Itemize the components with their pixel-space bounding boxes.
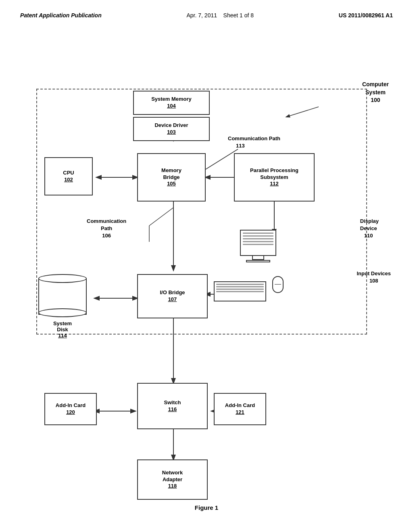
system-disk-icon: SystemDisk114 [38, 274, 87, 339]
monitor-stand [252, 256, 264, 260]
keyboard-body [214, 281, 266, 301]
mouse-divider [275, 284, 281, 285]
monitor-line-1 [243, 233, 273, 234]
comm-path-106-label: CommunicationPath106 [87, 218, 126, 240]
add-in-card-121-box: Add-In Card 121 [214, 393, 266, 425]
figure-caption: Figure 1 [0, 503, 413, 512]
monitor-line-4 [243, 241, 273, 242]
diagram: Computer System 100 System Memory 104 De… [0, 32, 413, 516]
display-device-label: DisplayDevice 110 [360, 218, 379, 240]
mouse-icon [272, 276, 284, 293]
cylinder-body [38, 278, 87, 315]
monitor-line-3 [243, 238, 273, 239]
keyboard-row-2 [216, 286, 264, 287]
system-memory-box: System Memory 104 [133, 91, 210, 115]
switch-box: Switch 116 [137, 383, 208, 429]
input-devices-label: Input Devices108 [357, 270, 391, 285]
cylinder-top [38, 274, 87, 283]
header-date-sheet: Apr. 7, 2011 Sheet 1 of 8 [186, 12, 254, 19]
publication-label: Patent Application Publication [20, 12, 102, 19]
parallel-processing-box: Parallel ProcessingSubsystem 112 [234, 153, 315, 202]
memory-bridge-box: MemoryBridge 105 [137, 153, 206, 202]
monitor-line-5 [243, 244, 273, 245]
network-adapter-box: NetworkAdapter 118 [137, 459, 208, 500]
add-in-card-120-box: Add-In Card 120 [44, 393, 97, 425]
device-driver-box: Device Driver 103 [133, 117, 210, 141]
keyboard-row-4 [216, 291, 264, 292]
header: Patent Application Publication Apr. 7, 2… [0, 0, 413, 19]
patent-number: US 2011/0082961 A1 [339, 12, 393, 19]
monitor-base [246, 260, 270, 262]
keyboard-row-1 [216, 284, 264, 285]
comm-path-113-label: Communication Path 113 [228, 135, 280, 150]
cpu-box: CPU 102 [44, 157, 93, 195]
mouse-body [272, 276, 284, 293]
page: Patent Application Publication Apr. 7, 2… [0, 0, 413, 532]
cylinder-bottom [38, 308, 87, 317]
monitor-screen [240, 230, 276, 256]
keyboard-icon [214, 281, 266, 301]
io-bridge-box: I/O Bridge 107 [137, 274, 208, 318]
monitor-screen-lines [243, 233, 273, 245]
keyboard-row-3 [216, 289, 264, 290]
monitor-line-2 [243, 235, 273, 237]
system-disk-label: SystemDisk114 [38, 320, 87, 339]
display-device-icon [240, 230, 276, 262]
keyboard-lines [215, 282, 265, 294]
